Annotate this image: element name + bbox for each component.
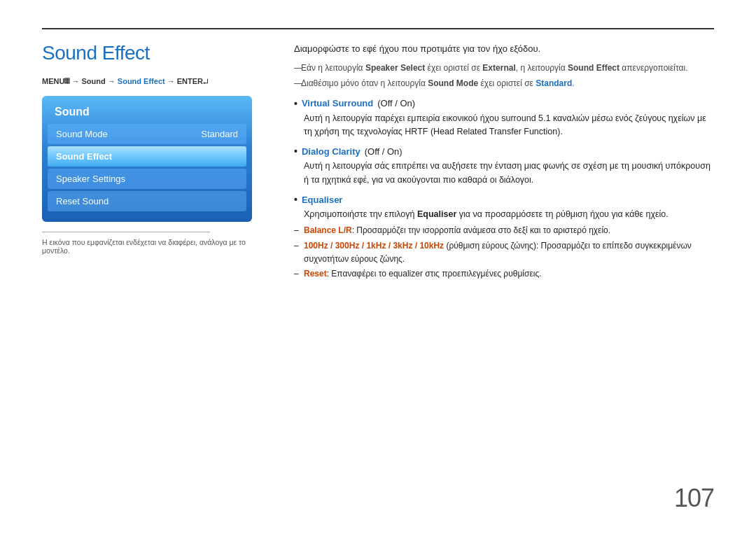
- page-title: Sound Effect: [42, 42, 266, 64]
- bullet-virtual-surround-title: Virtual Surround (Off / On): [294, 98, 714, 109]
- menu-item-sound-effect[interactable]: Sound Effect: [48, 146, 246, 167]
- sub-bullet-balance: Balance L/R: Προσαρμόζει την ισορροπία α…: [294, 224, 714, 237]
- bullet-dialog-clarity-desc: Αυτή η λειτουργία σάς επιτρέπει να αυξήσ…: [294, 160, 714, 187]
- left-column: Sound Effect MENU𝄜 → Sound → Sound Effec…: [42, 42, 266, 288]
- menu-panel-title: Sound: [48, 103, 246, 124]
- footnote: Η εικόνα που εμφανίζεται ενδέχεται να δι…: [42, 238, 266, 255]
- bullet-dialog-clarity: Dialog Clarity (Off / On) Αυτή η λειτουρ…: [294, 146, 714, 187]
- dialog-clarity-off-on: (Off / On): [365, 146, 402, 157]
- menu-item-sound-effect-label: Sound Effect: [56, 151, 112, 162]
- bullet-virtual-surround-desc: Αυτή η λειτουργία παρέχει εμπειρία εικον…: [294, 112, 714, 139]
- content-layout: Sound Effect MENU𝄜 → Sound → Sound Effec…: [42, 42, 714, 288]
- menu-item-sound-mode[interactable]: Sound Mode Standard: [48, 124, 246, 144]
- menu-item-reset-sound[interactable]: Reset Sound: [48, 191, 246, 211]
- page-container: Sound Effect MENU𝄜 → Sound → Sound Effec…: [0, 0, 756, 534]
- bullet-equaliser-title: Equaliser: [294, 194, 714, 205]
- menu-path: MENU𝄜 → Sound → Sound Effect → ENTER↵: [42, 77, 266, 86]
- menu-item-sound-mode-label: Sound Mode: [56, 129, 108, 139]
- intro-text: Διαμορφώστε το εφέ ήχου που προτιμάτε γι…: [294, 42, 714, 56]
- bullet-equaliser: Equaliser Χρησιμοποιήστε την επιλογή Equ…: [294, 194, 714, 281]
- sub-bullet-frequencies: 100Hz / 300Hz / 1kHz / 3kHz / 10kHz (ρύθ…: [294, 239, 714, 265]
- bullet-section: Virtual Surround (Off / On) Αυτή η λειτο…: [294, 98, 714, 281]
- menu-path-text: MENU𝄜 → Sound → Sound Effect → ENTER↵: [42, 77, 208, 85]
- bullet-dialog-clarity-title: Dialog Clarity (Off / On): [294, 146, 714, 157]
- right-column: Διαμορφώστε το εφέ ήχου που προτιμάτε γι…: [294, 42, 714, 288]
- bullet-equaliser-desc: Χρησιμοποιήστε την επιλογή Equaliser για…: [294, 208, 714, 221]
- menu-item-reset-sound-label: Reset Sound: [56, 196, 108, 206]
- bullet-virtual-surround: Virtual Surround (Off / On) Αυτή η λειτο…: [294, 98, 714, 139]
- sub-bullet-reset: Reset: Επαναφέρει το equalizer στις προε…: [294, 267, 714, 281]
- menu-item-sound-mode-value: Standard: [201, 129, 238, 139]
- frequencies-label: 100Hz / 300Hz / 1kHz / 3kHz / 10kHz: [304, 241, 444, 251]
- virtual-surround-off-on: (Off / On): [377, 98, 415, 108]
- menu-item-speaker-settings[interactable]: Speaker Settings: [48, 169, 246, 189]
- note-line-2: Διαθέσιμο μόνο όταν η λειτουργία Sound M…: [294, 77, 714, 90]
- reset-label: Reset: [304, 269, 327, 279]
- menu-item-speaker-settings-label: Speaker Settings: [56, 174, 125, 184]
- note-line-1: Εάν η λειτουργία Speaker Select έχει ορι…: [294, 62, 714, 74]
- page-number: 107: [674, 484, 714, 513]
- divider-line: [42, 232, 210, 232]
- top-rule: [42, 28, 714, 29]
- balance-label: Balance L/R: [304, 225, 352, 235]
- menu-panel: Sound Sound Mode Standard Sound Effect S…: [42, 96, 252, 222]
